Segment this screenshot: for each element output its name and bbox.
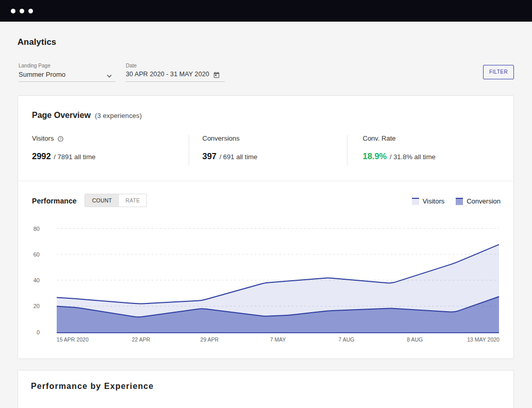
svg-text:80: 80 xyxy=(34,226,40,232)
svg-text:0: 0 xyxy=(37,329,40,335)
svg-text:22 APR: 22 APR xyxy=(132,336,151,343)
svg-text:7 AUG: 7 AUG xyxy=(339,336,355,343)
svg-text:15 APR 2020: 15 APR 2020 xyxy=(57,336,89,343)
svg-text:?: ? xyxy=(59,137,62,141)
svg-text:60: 60 xyxy=(34,251,40,258)
svg-text:8 AUG: 8 AUG xyxy=(407,336,423,343)
svg-text:29 APR: 29 APR xyxy=(201,336,219,343)
svg-text:20: 20 xyxy=(34,303,40,309)
svg-text:13 MAY 2020: 13 MAY 2020 xyxy=(467,336,500,343)
svg-text:7 MAY: 7 MAY xyxy=(270,336,286,343)
svg-text:40: 40 xyxy=(34,277,40,283)
